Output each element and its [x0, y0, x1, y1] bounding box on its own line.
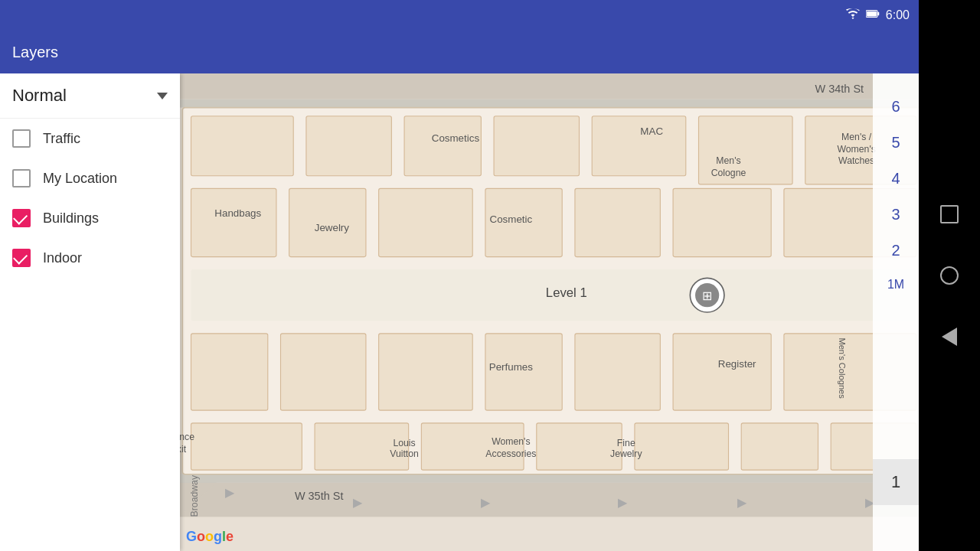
- svg-text:Perfumes: Perfumes: [489, 361, 533, 373]
- svg-rect-40: [741, 423, 818, 470]
- svg-text:Broadway: Broadway: [189, 474, 200, 517]
- svg-text:Accessories: Accessories: [485, 448, 536, 459]
- svg-text:Entrance: Entrance: [180, 432, 194, 442]
- svg-text:/ Exit: / Exit: [180, 444, 187, 455]
- google-logo-g2: g: [214, 529, 222, 545]
- svg-text:W 35th St: W 35th St: [295, 490, 344, 502]
- svg-rect-33: [673, 334, 771, 410]
- svg-rect-29: [281, 334, 366, 410]
- svg-rect-4: [180, 73, 919, 99]
- svg-rect-28: [191, 334, 268, 410]
- home-button[interactable]: [934, 260, 965, 291]
- floor-level-3[interactable]: 3: [873, 197, 919, 233]
- indoor-layer-item[interactable]: Indoor: [0, 238, 180, 278]
- svg-text:Women's: Women's: [837, 144, 875, 155]
- google-logo-e: e: [226, 529, 234, 545]
- svg-text:Handbags: Handbags: [214, 207, 261, 219]
- floor-level-1m[interactable]: 1M: [873, 269, 919, 301]
- svg-text:Women's: Women's: [492, 436, 530, 447]
- floor-level-2[interactable]: 2: [873, 233, 919, 269]
- layers-panel: Normal Traffic My Location Buildings: [0, 73, 180, 551]
- indoor-checkbox[interactable]: [12, 249, 31, 267]
- buildings-layer-item[interactable]: Buildings: [0, 198, 180, 238]
- app-bar: Layers: [0, 31, 919, 73]
- traffic-layer-item[interactable]: Traffic: [0, 119, 180, 158]
- svg-rect-30: [379, 334, 473, 410]
- svg-rect-32: [575, 334, 660, 410]
- svg-text:Cosmetic: Cosmetic: [490, 214, 533, 225]
- svg-text:▶: ▶: [481, 496, 491, 509]
- floor-level-5[interactable]: 5: [873, 125, 919, 161]
- google-logo: Google: [186, 529, 234, 545]
- indoor-label: Indoor: [43, 250, 82, 266]
- traffic-checkbox[interactable]: [12, 129, 31, 148]
- svg-text:▶: ▶: [225, 486, 235, 499]
- active-floor-label: 1: [891, 472, 900, 492]
- floor-level-4[interactable]: 4: [873, 161, 919, 197]
- time-display: 6:00: [886, 8, 910, 22]
- svg-rect-19: [379, 188, 473, 256]
- buildings-checkbox[interactable]: [12, 209, 31, 227]
- svg-text:Louis: Louis: [393, 438, 415, 448]
- map-type-label: Normal: [12, 86, 157, 106]
- svg-rect-8: [180, 474, 919, 483]
- svg-rect-12: [404, 116, 481, 176]
- home-icon: [940, 266, 959, 285]
- active-floor-button[interactable]: 1: [873, 459, 919, 505]
- svg-rect-13: [494, 116, 579, 176]
- map-canvas: ⊞ W 34th St W 35th St: [180, 73, 919, 551]
- svg-rect-11: [306, 116, 391, 176]
- svg-text:▶: ▶: [737, 496, 747, 509]
- my-location-label: My Location: [43, 171, 117, 187]
- svg-text:▶: ▶: [353, 496, 363, 509]
- svg-text:Cosmetics: Cosmetics: [432, 132, 480, 144]
- content-area: Normal Traffic My Location Buildings: [0, 73, 919, 551]
- svg-text:MAC: MAC: [640, 126, 663, 137]
- app-bar-title: Layers: [12, 44, 58, 61]
- svg-rect-10: [191, 116, 294, 176]
- google-logo-o2: o: [205, 529, 214, 545]
- svg-text:Fine: Fine: [617, 438, 635, 448]
- buildings-label: Buildings: [43, 210, 99, 227]
- android-nav-bar: [919, 0, 980, 551]
- battery-icon: [866, 8, 880, 22]
- google-logo-o1: o: [197, 529, 205, 545]
- map-type-dropdown[interactable]: Normal: [0, 73, 180, 119]
- svg-text:Jewelry: Jewelry: [610, 448, 642, 459]
- svg-rect-35: [191, 423, 302, 470]
- svg-text:⊞: ⊞: [702, 289, 712, 302]
- svg-rect-7: [180, 99, 919, 107]
- chevron-down-icon: [157, 93, 168, 99]
- svg-text:Men's Colognes: Men's Colognes: [838, 337, 847, 399]
- my-location-layer-item[interactable]: My Location: [0, 158, 180, 198]
- recent-apps-icon: [940, 205, 959, 223]
- svg-rect-22: [673, 188, 771, 256]
- svg-text:Jewelry: Jewelry: [315, 222, 350, 233]
- svg-rect-1: [867, 11, 877, 17]
- back-icon: [942, 328, 957, 346]
- svg-text:Register: Register: [718, 358, 756, 370]
- floor-level-6[interactable]: 6: [873, 89, 919, 125]
- wifi-icon: [846, 8, 860, 22]
- svg-text:▶: ▶: [618, 496, 628, 509]
- svg-text:Vuitton: Vuitton: [390, 448, 419, 459]
- svg-text:Watches: Watches: [838, 155, 874, 166]
- status-bar: 6:00: [0, 0, 919, 31]
- recent-apps-button[interactable]: [934, 199, 965, 230]
- svg-rect-14: [592, 116, 686, 176]
- svg-rect-21: [575, 188, 660, 256]
- svg-text:Men's /: Men's /: [841, 132, 872, 142]
- svg-text:Men's: Men's: [716, 155, 740, 166]
- svg-rect-5: [180, 483, 919, 517]
- map-area[interactable]: ⊞ W 34th St W 35th St: [180, 73, 919, 551]
- svg-text:Level 1: Level 1: [546, 285, 587, 300]
- svg-text:Cologne: Cologne: [711, 168, 746, 178]
- traffic-label: Traffic: [43, 131, 80, 147]
- svg-rect-17: [191, 188, 276, 256]
- svg-rect-2: [877, 12, 879, 16]
- svg-rect-39: [635, 423, 729, 470]
- my-location-checkbox[interactable]: [12, 169, 31, 187]
- google-logo-g: G: [186, 529, 197, 545]
- back-button[interactable]: [934, 321, 965, 352]
- svg-text:W 34th St: W 34th St: [815, 83, 864, 95]
